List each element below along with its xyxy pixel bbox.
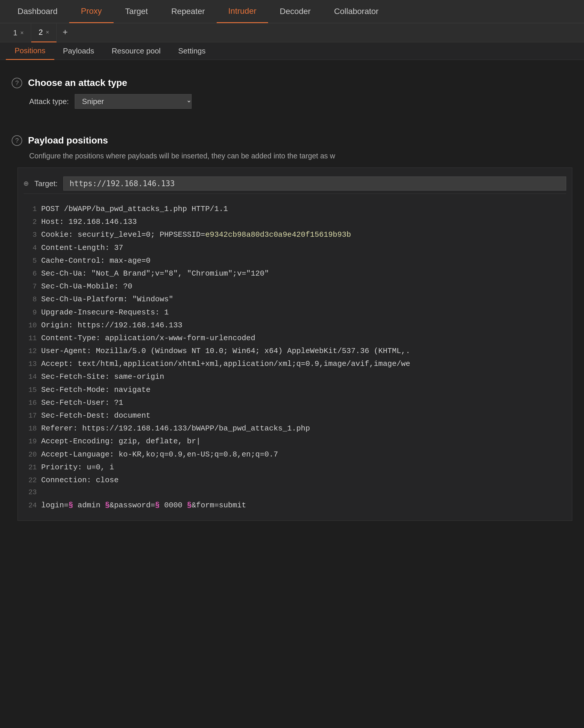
table-row: 2 Host: 192.168.146.133 — [24, 215, 566, 228]
line-number: 21 — [24, 462, 37, 474]
line-number: 3 — [24, 229, 37, 241]
nav-intruder[interactable]: Intruder — [217, 0, 268, 23]
line-content: Accept: text/html,application/xhtml+xml,… — [41, 358, 410, 370]
line-content: Accept-Encoding: gzip, deflate, br| — [41, 435, 201, 448]
line-content: POST /bWAPP/ba_pwd_attacks_1.php HTTP/1.… — [41, 203, 228, 215]
line-content: Cookie: security_level=0; PHPSESSID=e934… — [41, 228, 351, 241]
line-content: Sec-Fetch-Dest: document — [41, 409, 150, 422]
target-row: ⊕ Target: — [24, 174, 566, 194]
nav-dashboard[interactable]: Dashboard — [6, 0, 69, 23]
target-url-input[interactable] — [63, 177, 566, 190]
subtab-settings[interactable]: Settings — [169, 42, 214, 60]
table-row: 7 Sec-Ch-Ua-Mobile: ?0 — [24, 280, 566, 293]
line-content: Cache-Control: max-age=0 — [41, 254, 150, 267]
line-number: 17 — [24, 410, 37, 422]
nav-proxy[interactable]: Proxy — [69, 0, 114, 23]
tab-add-button[interactable]: + — [57, 28, 74, 38]
tab-1-label: 1 — [13, 28, 17, 37]
table-row: 22 Connection: close — [24, 474, 566, 487]
nav-repeater[interactable]: Repeater — [160, 0, 216, 23]
line-content: Sec-Fetch-User: ?1 — [41, 396, 123, 409]
table-row: 24 login=§ admin §&password=§ 0000 §&for… — [24, 499, 566, 512]
request-editor-box: ⊕ Target: 1 POST /bWAPP/ba_pwd_attacks_1… — [18, 167, 572, 521]
attack-type-help-icon[interactable]: ? — [12, 78, 22, 88]
line-content: Sec-Ch-Ua: "Not_A Brand";v="8", "Chromiu… — [41, 267, 269, 280]
target-crosshair-icon: ⊕ — [24, 179, 29, 188]
line-content: Host: 192.168.146.133 — [41, 215, 137, 228]
attack-type-row: Attack type: Sniper — [29, 94, 572, 109]
line-number: 9 — [24, 307, 37, 319]
table-row: 5 Cache-Control: max-age=0 — [24, 254, 566, 267]
subtab-bar: Positions Payloads Resource pool Setting… — [0, 42, 584, 60]
nav-collaborator[interactable]: Collaborator — [323, 0, 390, 23]
request-content: 1 POST /bWAPP/ba_pwd_attacks_1.php HTTP/… — [24, 200, 566, 515]
subtab-payloads[interactable]: Payloads — [54, 42, 103, 60]
line-number: 16 — [24, 397, 37, 409]
tab-2-label: 2 — [38, 28, 43, 37]
nav-target[interactable]: Target — [114, 0, 160, 23]
line-content: Referer: https://192.168.146.133/bWAPP/b… — [41, 422, 310, 435]
line-content: Upgrade-Insecure-Requests: 1 — [41, 306, 169, 319]
line-number: 11 — [24, 333, 37, 344]
table-row: 6 Sec-Ch-Ua: "Not_A Brand";v="8", "Chrom… — [24, 267, 566, 280]
line-number: 8 — [24, 294, 37, 306]
line-content: Content-Type: application/x-www-form-url… — [41, 332, 255, 344]
line-content: login=§ admin §&password=§ 0000 §&form=s… — [41, 499, 246, 512]
tab-2-close[interactable]: × — [46, 29, 49, 36]
line-content: Origin: https://192.168.146.133 — [41, 319, 183, 332]
table-row: 1 POST /bWAPP/ba_pwd_attacks_1.php HTTP/… — [24, 203, 566, 215]
target-label: Target: — [34, 179, 58, 188]
subtab-resource-pool[interactable]: Resource pool — [103, 42, 169, 60]
table-row: 4 Content-Length: 37 — [24, 241, 566, 254]
line-number: 13 — [24, 358, 37, 370]
line-number: 2 — [24, 216, 37, 228]
payload-positions-section-header: ? Payload positions — [12, 135, 572, 146]
line-number: 1 — [24, 203, 37, 215]
table-row: 14 Sec-Fetch-Site: same-origin — [24, 370, 566, 383]
attack-type-section-header: ? Choose an attack type — [12, 77, 572, 88]
table-row: 17 Sec-Fetch-Dest: document — [24, 409, 566, 422]
line-content: Accept-Language: ko-KR,ko;q=0.9,en-US;q=… — [41, 448, 278, 461]
line-number: 14 — [24, 371, 37, 383]
table-row: 11 Content-Type: application/x-www-form-… — [24, 332, 566, 344]
nav-decoder[interactable]: Decoder — [268, 0, 323, 23]
line-number: 19 — [24, 436, 37, 448]
tab-bar: 1 × 2 × + — [0, 23, 584, 42]
tab-1-close[interactable]: × — [20, 29, 24, 36]
line-number: 20 — [24, 449, 37, 461]
table-row: 15 Sec-Fetch-Mode: navigate — [24, 384, 566, 396]
table-row: 16 Sec-Fetch-User: ?1 — [24, 396, 566, 409]
top-navigation: Dashboard Proxy Target Repeater Intruder… — [0, 0, 584, 23]
table-row: 20 Accept-Language: ko-KR,ko;q=0.9,en-US… — [24, 448, 566, 461]
line-number: 23 — [24, 487, 37, 499]
table-row: 21 Priority: u=0, i — [24, 461, 566, 474]
line-number: 4 — [24, 242, 37, 254]
tab-2[interactable]: 2 × — [31, 23, 57, 42]
table-row: 8 Sec-Ch-Ua-Platform: "Windows" — [24, 293, 566, 306]
line-number: 12 — [24, 345, 37, 358]
line-number: 18 — [24, 423, 37, 435]
tab-1[interactable]: 1 × — [6, 23, 31, 42]
table-row: 12 User-Agent: Mozilla/5.0 (Windows NT 1… — [24, 344, 566, 358]
line-content: Sec-Fetch-Mode: navigate — [41, 384, 150, 396]
line-number: 6 — [24, 268, 37, 280]
line-number: 24 — [24, 500, 37, 512]
attack-type-select[interactable]: Sniper — [75, 94, 192, 109]
table-row: 13 Accept: text/html,application/xhtml+x… — [24, 358, 566, 370]
payload-positions-description: Configure the positions where payloads w… — [29, 152, 572, 160]
attack-type-label: Attack type: — [29, 97, 69, 106]
line-number: 5 — [24, 255, 37, 267]
line-content: Sec-Ch-Ua-Mobile: ?0 — [41, 280, 132, 293]
line-number: 10 — [24, 320, 37, 332]
table-row: 9 Upgrade-Insecure-Requests: 1 — [24, 306, 566, 319]
payload-positions-help-icon[interactable]: ? — [12, 135, 22, 146]
table-row: 23 — [24, 487, 566, 499]
table-row: 19 Accept-Encoding: gzip, deflate, br| — [24, 435, 566, 448]
line-number: 15 — [24, 384, 37, 396]
line-content: User-Agent: Mozilla/5.0 (Windows NT 10.0… — [41, 344, 410, 358]
line-number: 7 — [24, 281, 37, 293]
subtab-positions[interactable]: Positions — [6, 42, 54, 60]
table-row: 3 Cookie: security_level=0; PHPSESSID=e9… — [24, 228, 566, 241]
line-content: Priority: u=0, i — [41, 461, 114, 474]
main-content: ? Choose an attack type Attack type: Sni… — [0, 60, 584, 529]
